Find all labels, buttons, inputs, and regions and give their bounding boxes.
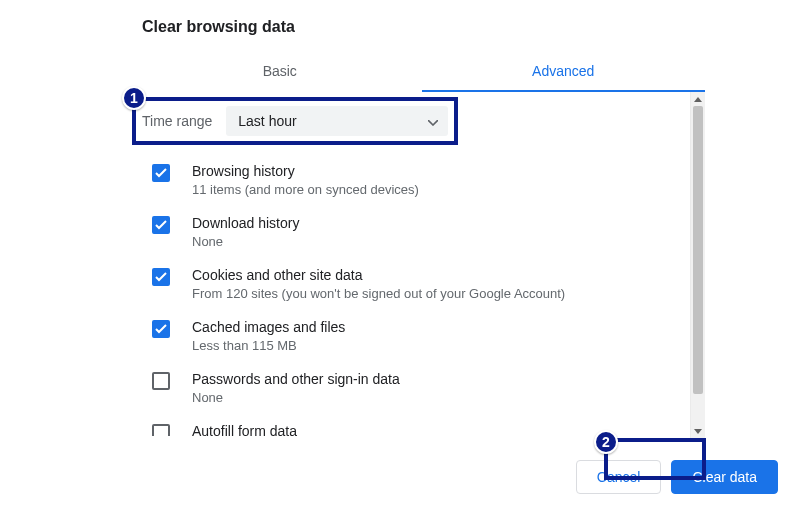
item-title: Autofill form data — [192, 423, 297, 436]
dialog-footer: Cancel Clear data — [0, 442, 800, 512]
item-title: Passwords and other sign-in data — [192, 371, 400, 387]
list-item[interactable]: Download history None — [138, 206, 690, 258]
scroll-down-icon[interactable] — [691, 424, 705, 438]
tabs: Basic Advanced — [138, 52, 705, 92]
dialog-body: Time range Last hour Browsing history 11… — [138, 92, 705, 438]
item-subtitle: None — [192, 234, 299, 249]
checkbox-download-history[interactable] — [152, 216, 170, 234]
item-title: Cookies and other site data — [192, 267, 565, 283]
tab-advanced[interactable]: Advanced — [422, 52, 706, 92]
scroll-area: Time range Last hour Browsing history 11… — [138, 92, 690, 438]
list-item[interactable]: Passwords and other sign-in data None — [138, 362, 690, 414]
checkbox-autofill[interactable] — [152, 424, 170, 436]
checkbox-cookies[interactable] — [152, 268, 170, 286]
item-subtitle: From 120 sites (you won't be signed out … — [192, 286, 565, 301]
item-title: Browsing history — [192, 163, 419, 179]
scrollbar[interactable] — [690, 92, 705, 438]
time-range-row: Time range Last hour — [138, 96, 690, 146]
annotation-badge-1: 1 — [122, 86, 146, 110]
list-item[interactable]: Cached images and files Less than 115 MB — [138, 310, 690, 362]
list-item[interactable]: Cookies and other site data From 120 sit… — [138, 258, 690, 310]
time-range-value: Last hour — [238, 113, 296, 129]
clear-browsing-data-dialog: Clear browsing data Basic Advanced Time … — [138, 18, 705, 438]
checkbox-passwords[interactable] — [152, 372, 170, 390]
item-title: Download history — [192, 215, 299, 231]
time-range-select[interactable]: Last hour — [226, 106, 448, 136]
dialog-title: Clear browsing data — [142, 18, 705, 36]
data-type-list: Browsing history 11 items (and more on s… — [138, 154, 690, 436]
item-title: Cached images and files — [192, 319, 345, 335]
list-item[interactable]: Browsing history 11 items (and more on s… — [138, 154, 690, 206]
clear-data-button[interactable]: Clear data — [671, 460, 778, 494]
annotation-badge-2: 2 — [594, 430, 618, 454]
time-range-label: Time range — [142, 113, 212, 129]
cancel-button[interactable]: Cancel — [576, 460, 662, 494]
item-subtitle: None — [192, 390, 400, 405]
chevron-down-icon — [428, 113, 438, 129]
item-subtitle: Less than 115 MB — [192, 338, 345, 353]
tab-basic[interactable]: Basic — [138, 52, 422, 92]
checkbox-cache[interactable] — [152, 320, 170, 338]
checkbox-browsing-history[interactable] — [152, 164, 170, 182]
scrollbar-thumb[interactable] — [693, 106, 703, 394]
item-subtitle: 11 items (and more on synced devices) — [192, 182, 419, 197]
scroll-up-icon[interactable] — [691, 92, 705, 106]
